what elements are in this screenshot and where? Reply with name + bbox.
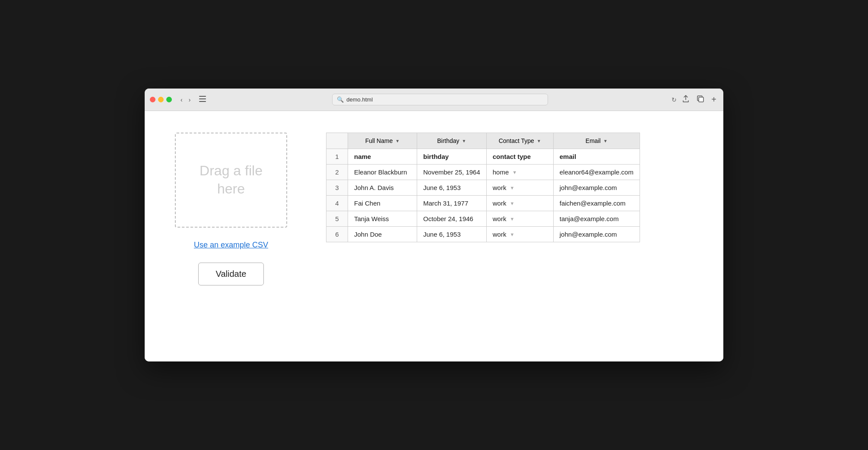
row-num-6: 6 — [326, 227, 348, 242]
cell-email: john@example.com — [553, 180, 640, 196]
sidebar-toggle-button[interactable] — [196, 94, 209, 105]
cell-email: john@example.com — [553, 227, 640, 242]
minimize-button[interactable] — [158, 97, 164, 102]
address-bar[interactable]: 🔍 demo.html — [332, 94, 548, 105]
page-content: Drag a filehere Use an example CSV Valid… — [145, 111, 723, 361]
contact-type-value: work — [493, 231, 507, 238]
reload-button[interactable]: ↻ — [672, 96, 677, 103]
back-button[interactable]: ‹ — [178, 95, 185, 105]
birthday-dropdown-arrow: ▼ — [462, 139, 466, 143]
validate-button[interactable]: Validate — [198, 263, 264, 285]
drop-zone-label: Drag a filehere — [200, 162, 263, 198]
nav-buttons: ‹ › — [178, 95, 193, 105]
data-table: Full Name ▼ Birthday ▼ C — [326, 133, 640, 242]
table-row: 4 Fai Chen March 31, 1977 work ▼ faichen… — [326, 196, 640, 211]
full-name-dropdown-arrow: ▼ — [395, 139, 399, 143]
contact-type-row-arrow: ▼ — [510, 201, 514, 206]
cell-birthday: October 24, 1946 — [417, 211, 487, 227]
email-dropdown-arrow: ▼ — [603, 139, 608, 143]
full-name-header-cell: Full Name ▼ — [348, 133, 417, 149]
contact-type-value: work — [493, 200, 507, 207]
cell-birthday: November 25, 1964 — [417, 165, 487, 180]
cell-email: faichen@example.com — [553, 196, 640, 211]
svg-rect-0 — [199, 96, 206, 97]
cell-email: tanja@example.com — [553, 211, 640, 227]
right-panel: Full Name ▼ Birthday ▼ C — [326, 133, 697, 242]
forward-button[interactable]: › — [186, 95, 193, 105]
table-row: 6 John Doe June 6, 1953 work ▼ john@exam… — [326, 227, 640, 242]
example-csv-link[interactable]: Use an example CSV — [194, 241, 268, 250]
contact-type-row-arrow: ▼ — [510, 216, 514, 222]
cell-contact-type: work ▼ — [486, 211, 553, 227]
browser-chrome: ‹ › 🔍 demo.html ↻ — [145, 89, 723, 111]
contact-type-dropdown[interactable]: Contact Type ▼ — [487, 133, 553, 149]
email-dropdown[interactable]: Email ▼ — [554, 133, 640, 149]
search-icon: 🔍 — [337, 96, 344, 103]
cell-contact-type: home ▼ — [486, 165, 553, 180]
birthday-header-cell: Birthday ▼ — [417, 133, 487, 149]
svg-rect-4 — [699, 97, 703, 102]
row-num-4: 4 — [326, 196, 348, 211]
row-num-2: 2 — [326, 165, 348, 180]
drop-zone[interactable]: Drag a filehere — [175, 133, 287, 228]
cell-contact-type: work ▼ — [486, 196, 553, 211]
cell-birthday: June 6, 1953 — [417, 180, 487, 196]
contact-type-header-cell: Contact Type ▼ — [486, 133, 553, 149]
col-header-contact-type: contact type — [486, 149, 553, 165]
full-name-dropdown[interactable]: Full Name ▼ — [348, 133, 417, 149]
cell-name: Tanja Weiss — [348, 211, 417, 227]
contact-type-row-arrow: ▼ — [510, 232, 514, 237]
contact-type-value: work — [493, 215, 507, 222]
cell-contact-type: work ▼ — [486, 227, 553, 242]
cell-email: eleanor64@example.com — [553, 165, 640, 180]
table-row: 2 Eleanor Blackburn November 25, 1964 ho… — [326, 165, 640, 180]
cell-birthday: March 31, 1977 — [417, 196, 487, 211]
table-row: 3 John A. Davis June 6, 1953 work ▼ john… — [326, 180, 640, 196]
maximize-button[interactable] — [166, 97, 172, 102]
contact-type-row-arrow: ▼ — [512, 170, 517, 175]
contact-type-row-arrow: ▼ — [510, 185, 514, 190]
left-panel: Drag a filehere Use an example CSV Valid… — [171, 133, 291, 285]
cell-contact-type: work ▼ — [486, 180, 553, 196]
col-header-email: email — [553, 149, 640, 165]
traffic-lights — [150, 97, 172, 102]
duplicate-tab-button[interactable] — [695, 93, 706, 106]
birthday-dropdown[interactable]: Birthday ▼ — [417, 133, 486, 149]
row-num-header — [326, 133, 348, 149]
browser-window: ‹ › 🔍 demo.html ↻ — [145, 89, 723, 361]
row-num-5: 5 — [326, 211, 348, 227]
column-header-row: 1 name birthday contact type email — [326, 149, 640, 165]
email-header-cell: Email ▼ — [553, 133, 640, 149]
share-button[interactable] — [680, 93, 691, 106]
svg-rect-2 — [199, 101, 206, 102]
table-row: 5 Tanja Weiss October 24, 1946 work ▼ ta… — [326, 211, 640, 227]
close-button[interactable] — [150, 97, 155, 102]
dropdown-header-row: Full Name ▼ Birthday ▼ C — [326, 133, 640, 149]
col-header-birthday: birthday — [417, 149, 487, 165]
new-tab-button[interactable]: + — [710, 93, 718, 106]
browser-actions: + — [680, 93, 718, 106]
contact-type-dropdown-arrow: ▼ — [537, 139, 541, 143]
row-num-1: 1 — [326, 149, 348, 165]
cell-name: Fai Chen — [348, 196, 417, 211]
contact-type-value: home — [493, 168, 509, 176]
cell-name: John A. Davis — [348, 180, 417, 196]
cell-name: Eleanor Blackburn — [348, 165, 417, 180]
col-header-name: name — [348, 149, 417, 165]
cell-birthday: June 6, 1953 — [417, 227, 487, 242]
row-num-3: 3 — [326, 180, 348, 196]
svg-rect-1 — [199, 98, 206, 99]
contact-type-value: work — [493, 184, 507, 191]
address-text: demo.html — [346, 96, 373, 103]
cell-name: John Doe — [348, 227, 417, 242]
